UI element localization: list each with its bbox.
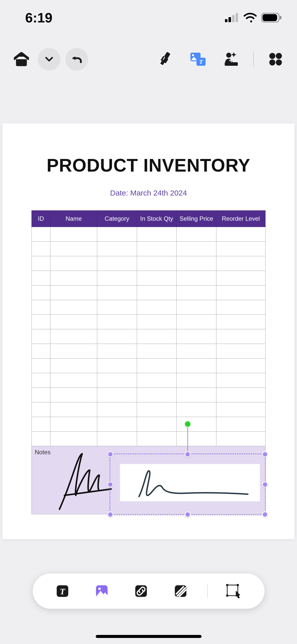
table-cell[interactable] — [137, 315, 177, 329]
table-cell[interactable] — [97, 256, 137, 271]
table-cell[interactable] — [137, 432, 177, 446]
table-cell[interactable] — [50, 344, 97, 359]
table-cell[interactable] — [216, 271, 266, 285]
table-cell[interactable] — [50, 227, 97, 242]
ai-insert-button[interactable] — [220, 48, 243, 71]
table-cell[interactable] — [137, 285, 177, 300]
table-cell[interactable] — [97, 329, 137, 344]
table-cell[interactable] — [50, 315, 97, 329]
table-cell[interactable] — [50, 329, 97, 344]
table-cell[interactable] — [177, 359, 216, 373]
table-cell[interactable] — [137, 359, 177, 373]
table-cell[interactable] — [216, 285, 266, 300]
table-cell[interactable] — [216, 388, 266, 402]
highlighter-button[interactable] — [153, 48, 176, 71]
table-cell[interactable] — [32, 344, 50, 359]
link-tool-button[interactable] — [128, 578, 154, 604]
table-cell[interactable] — [97, 242, 137, 256]
table-cell[interactable] — [177, 417, 216, 432]
table-cell[interactable] — [97, 271, 137, 285]
table-cell[interactable] — [97, 285, 137, 300]
table-cell[interactable] — [32, 256, 50, 271]
table-cell[interactable] — [177, 271, 216, 285]
table-cell[interactable] — [32, 388, 50, 402]
table-cell[interactable] — [50, 359, 97, 373]
table-cell[interactable] — [177, 227, 216, 242]
table-cell[interactable] — [177, 300, 216, 315]
table-cell[interactable] — [137, 242, 177, 256]
table-cell[interactable] — [32, 417, 50, 432]
table-cell[interactable] — [32, 315, 50, 329]
table-cell[interactable] — [216, 227, 266, 242]
table-cell[interactable] — [50, 256, 97, 271]
table-cell[interactable] — [97, 344, 137, 359]
table-cell[interactable] — [97, 300, 137, 315]
table-cell[interactable] — [50, 271, 97, 285]
home-button[interactable] — [10, 48, 33, 71]
table-cell[interactable] — [216, 402, 266, 417]
document-page[interactable]: PRODUCT INVENTORY Date: March 24th 2024 … — [3, 123, 294, 539]
table-cell[interactable] — [50, 388, 97, 402]
table-cell[interactable] — [32, 285, 50, 300]
table-cell[interactable] — [177, 256, 216, 271]
table-cell[interactable] — [97, 417, 137, 432]
pattern-tool-button[interactable] — [168, 578, 193, 604]
dropdown-button[interactable] — [38, 48, 60, 71]
table-cell[interactable] — [137, 300, 177, 315]
table-cell[interactable] — [177, 388, 216, 402]
table-cell[interactable] — [137, 256, 177, 271]
home-indicator[interactable] — [96, 635, 202, 638]
table-cell[interactable] — [97, 432, 137, 446]
table-cell[interactable] — [216, 373, 266, 388]
table-cell[interactable] — [32, 329, 50, 344]
undo-button[interactable] — [65, 48, 88, 71]
table-cell[interactable] — [216, 417, 266, 432]
table-cell[interactable] — [137, 373, 177, 388]
table-cell[interactable] — [50, 242, 97, 256]
table-cell[interactable] — [97, 227, 137, 242]
apps-button[interactable] — [264, 48, 287, 71]
table-cell[interactable] — [97, 359, 137, 373]
table-cell[interactable] — [137, 344, 177, 359]
table-cell[interactable] — [216, 359, 266, 373]
table-cell[interactable] — [137, 271, 177, 285]
table-cell[interactable] — [32, 227, 50, 242]
table-cell[interactable] — [50, 300, 97, 315]
table-cell[interactable] — [137, 402, 177, 417]
table-cell[interactable] — [137, 388, 177, 402]
image-tool-button[interactable] — [89, 578, 114, 604]
table-cell[interactable] — [32, 359, 50, 373]
table-cell[interactable] — [97, 315, 137, 329]
table-cell[interactable] — [97, 373, 137, 388]
table-cell[interactable] — [50, 373, 97, 388]
table-cell[interactable] — [216, 329, 266, 344]
transform-tool-button[interactable] — [222, 578, 247, 604]
table-cell[interactable] — [216, 432, 266, 446]
table-cell[interactable] — [177, 329, 216, 344]
table-cell[interactable] — [216, 315, 266, 329]
table-cell[interactable] — [216, 344, 266, 359]
table-cell[interactable] — [32, 242, 50, 256]
table-cell[interactable] — [177, 432, 216, 446]
table-cell[interactable] — [177, 285, 216, 300]
table-cell[interactable] — [177, 402, 216, 417]
table-cell[interactable] — [177, 242, 216, 256]
table-cell[interactable] — [32, 271, 50, 285]
table-cell[interactable] — [177, 315, 216, 329]
table-cell[interactable] — [137, 227, 177, 242]
text-tool-button[interactable]: T — [50, 578, 75, 604]
image-text-button[interactable]: T — [187, 48, 209, 71]
table-cell[interactable] — [97, 402, 137, 417]
table-cell[interactable] — [50, 285, 97, 300]
table-cell[interactable] — [32, 300, 50, 315]
table-cell[interactable] — [32, 373, 50, 388]
canvas-area[interactable]: PRODUCT INVENTORY Date: March 24th 2024 … — [0, 78, 297, 644]
table-cell[interactable] — [50, 417, 97, 432]
table-cell[interactable] — [137, 417, 177, 432]
table-cell[interactable] — [137, 329, 177, 344]
table-cell[interactable] — [50, 402, 97, 417]
table-cell[interactable] — [97, 388, 137, 402]
table-cell[interactable] — [216, 300, 266, 315]
table-cell[interactable] — [32, 432, 50, 446]
table-cell[interactable] — [32, 402, 50, 417]
